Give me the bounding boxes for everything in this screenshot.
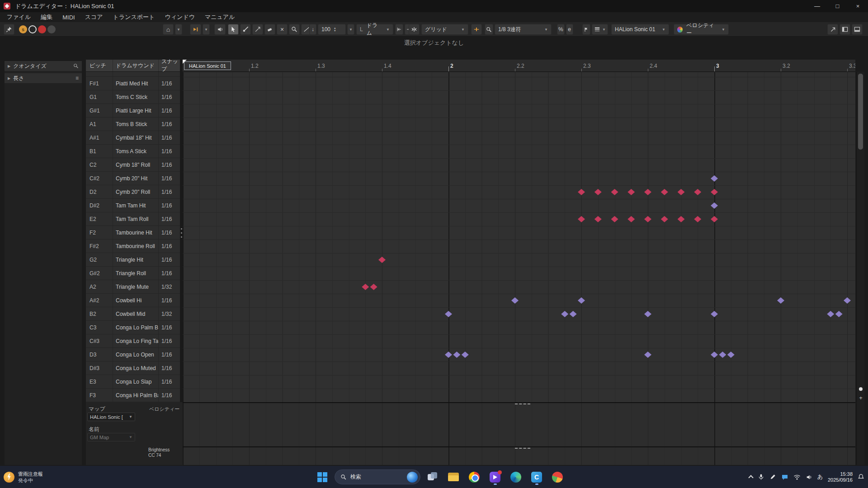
- note-A2-2.875[interactable]: [370, 284, 377, 290]
- chat-icon[interactable]: [781, 474, 788, 481]
- part-layers-button[interactable]: ▼: [592, 24, 608, 35]
- drum-row-B2[interactable]: B2Cowbell Mid1/32: [86, 307, 180, 321]
- drum-row-C2[interactable]: C2Cymb 18" Roll1/16: [86, 158, 180, 172]
- menu-ファイル[interactable]: ファイル: [2, 13, 36, 21]
- drum-row-G1[interactable]: G1Toms C Stick1/16: [86, 90, 180, 104]
- browser2-button[interactable]: [549, 469, 566, 486]
- note-B2-7[interactable]: [644, 311, 651, 317]
- note-E2-7[interactable]: [644, 216, 651, 222]
- snap-button[interactable]: [409, 24, 420, 35]
- home-button[interactable]: ⌂: [163, 24, 174, 35]
- note-E2-7.25[interactable]: [661, 216, 668, 222]
- chrome-button[interactable]: [466, 469, 483, 486]
- note-D2-6.75[interactable]: [627, 189, 635, 195]
- inspector-section-quantize[interactable]: ▶ クオンタイズ: [5, 61, 82, 71]
- acoustic-feedback-button[interactable]: [28, 25, 37, 33]
- note-B2-8[interactable]: [711, 311, 718, 317]
- nudge-left-button[interactable]: [395, 24, 403, 35]
- inspector-section-length[interactable]: ▶ 長さ ≡: [5, 73, 82, 83]
- note-E2-6[interactable]: [578, 216, 585, 222]
- vertical-scrollbar[interactable]: +: [856, 72, 864, 465]
- velocity-stepper[interactable]: ▴▾: [334, 27, 336, 32]
- event-color-dropdown[interactable]: ベロシティー ▼: [674, 24, 729, 35]
- select-tool-button[interactable]: [228, 24, 239, 35]
- note-E2-7.5[interactable]: [678, 216, 685, 222]
- close-button[interactable]: ×: [848, 0, 868, 12]
- weather-widget[interactable]: 雷雨注意報 発令中: [4, 466, 43, 488]
- note-D2-7[interactable]: [644, 189, 651, 195]
- note-D2-6.5[interactable]: [611, 189, 618, 195]
- drum-row-F1[interactable]: F1Toms D Stick1/16: [86, 72, 180, 77]
- clock[interactable]: 15:38 2025/09/16: [828, 471, 853, 483]
- note-B2-9.875[interactable]: [835, 311, 843, 317]
- note-A#2-10[interactable]: [844, 297, 851, 304]
- velocity-dropdown-button[interactable]: ▼: [347, 24, 354, 35]
- note-E2-6.75[interactable]: [627, 216, 635, 222]
- note-B2-5.875[interactable]: [570, 311, 577, 317]
- menu-スコア[interactable]: スコア: [80, 13, 108, 21]
- drum-row-A#1[interactable]: A#1Cymbal 18" Hit1/16: [86, 131, 180, 145]
- chevron-up-icon[interactable]: [748, 475, 753, 480]
- menu-トランスポート[interactable]: トランスポート: [108, 13, 160, 21]
- note-D3-7[interactable]: [644, 352, 651, 358]
- drum-row-F2[interactable]: F2Tambourine Hit1/16: [86, 226, 180, 239]
- drum-row-C#2[interactable]: C#2Cymb 20" Hit1/16: [86, 172, 180, 185]
- drum-row-D2[interactable]: D2Cymb 20" Roll1/16: [86, 185, 180, 199]
- menu-ウィンドウ[interactable]: ウィンドウ: [160, 13, 200, 21]
- drum-map-dropdown[interactable]: HALion Sonic [ ▼: [87, 413, 135, 421]
- volume-icon[interactable]: [806, 474, 812, 480]
- note-A#2-5[interactable]: [511, 297, 519, 304]
- note-A2-2.75[interactable]: [362, 284, 369, 290]
- note-D2-7.75[interactable]: [694, 189, 701, 195]
- note-B2-5.75[interactable]: [561, 311, 568, 317]
- wifi-icon[interactable]: [793, 474, 801, 480]
- column-header-pitch[interactable]: ピッチ: [86, 60, 113, 71]
- note-D3-8.25[interactable]: [727, 352, 735, 358]
- note-D3-4.25[interactable]: [462, 352, 469, 358]
- zoom-in-button[interactable]: +: [858, 394, 863, 401]
- note-D2-8[interactable]: [711, 189, 718, 195]
- insert-velocity-button[interactable]: ↓: [309, 24, 316, 35]
- drum-row-A1[interactable]: A1Toms B Stick1/16: [86, 117, 180, 131]
- snap-type-button[interactable]: [471, 24, 482, 35]
- drum-row-D3[interactable]: D3Conga Lo Open1/16: [86, 348, 180, 361]
- bell-icon[interactable]: [858, 474, 864, 480]
- drum-row-A#2[interactable]: A#2Cowbell Hi1/16: [86, 294, 180, 307]
- drum-row-G2[interactable]: G2Triangle Hit1/16: [86, 253, 180, 267]
- velocity-value-field[interactable]: 100 ▴▾: [318, 24, 346, 35]
- lane-resize-handle[interactable]: [515, 448, 530, 449]
- quantize-preset-dropdown[interactable]: 1/8 3連符 ▼: [495, 24, 552, 35]
- note-D2-7.5[interactable]: [678, 189, 685, 195]
- cc74-lane[interactable]: [183, 446, 855, 465]
- splitter-handle[interactable]: [180, 228, 182, 248]
- ime-indicator[interactable]: あ: [817, 473, 823, 481]
- note-E2-7.75[interactable]: [694, 216, 701, 222]
- drum-row-E2[interactable]: E2Tam Tam Roll1/16: [86, 212, 180, 226]
- pin-button[interactable]: [4, 24, 14, 35]
- drum-row-E3[interactable]: E3Conga Lo Slap1/16: [86, 375, 180, 389]
- scrollbar-thumb[interactable]: [858, 74, 863, 150]
- note-D3-8.125[interactable]: [719, 352, 726, 358]
- autoscroll-dropdown-button[interactable]: ▼: [203, 24, 210, 35]
- edge-button[interactable]: [507, 469, 524, 486]
- autoscroll-button[interactable]: [190, 24, 201, 35]
- track-dropdown[interactable]: HALion Sonic 01 ▼: [611, 24, 669, 35]
- note-A#2-9[interactable]: [777, 297, 784, 304]
- menu-MIDI[interactable]: MIDI: [57, 14, 80, 21]
- menu-編集[interactable]: 編集: [36, 13, 57, 21]
- eraser-tool-button[interactable]: [264, 24, 275, 35]
- cubase-button[interactable]: C: [528, 469, 545, 486]
- monitor-button[interactable]: [47, 25, 56, 33]
- trim-tool-button[interactable]: [252, 24, 263, 35]
- file-explorer-button[interactable]: [445, 469, 462, 486]
- quantize-catch-button[interactable]: [485, 24, 493, 35]
- note-A#2-6[interactable]: [578, 297, 585, 304]
- pen-icon[interactable]: [769, 474, 776, 480]
- note-D3-4.125[interactable]: [453, 352, 460, 358]
- map-name-dropdown[interactable]: GM Map ▼: [87, 433, 135, 441]
- speaker-button[interactable]: [214, 24, 226, 35]
- column-header-snap[interactable]: スナップ: [159, 60, 180, 71]
- note-D2-7.25[interactable]: [661, 189, 668, 195]
- velocity-lane[interactable]: [183, 402, 855, 446]
- note-grid[interactable]: [183, 72, 855, 402]
